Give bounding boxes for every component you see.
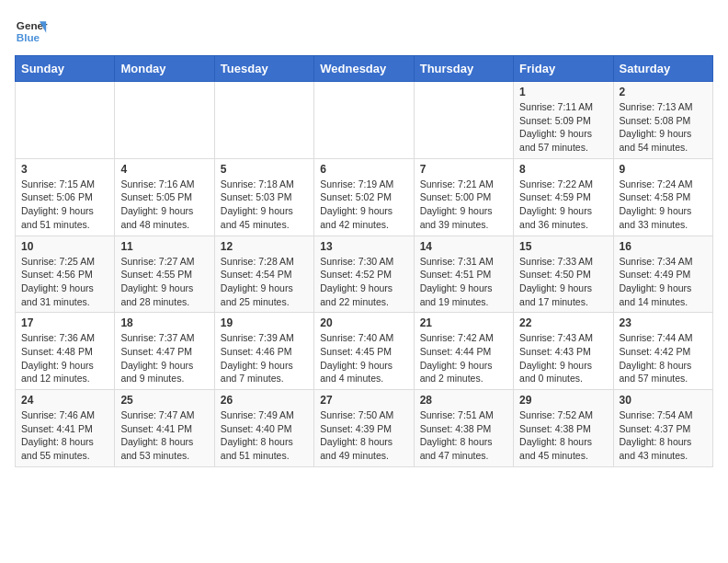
day-detail: Sunrise: 7:25 AM Sunset: 4:56 PM Dayligh… [21, 255, 108, 309]
day-detail: Sunrise: 7:33 AM Sunset: 4:50 PM Dayligh… [519, 255, 607, 309]
day-number: 25 [120, 394, 208, 407]
day-number: 13 [320, 240, 407, 253]
day-detail: Sunrise: 7:39 AM Sunset: 4:46 PM Dayligh… [221, 331, 308, 385]
calendar-cell: 8Sunrise: 7:22 AM Sunset: 4:59 PM Daylig… [514, 158, 613, 236]
day-detail: Sunrise: 7:22 AM Sunset: 4:59 PM Dayligh… [519, 178, 607, 232]
day-number: 4 [120, 163, 208, 176]
calendar-body: 1Sunrise: 7:11 AM Sunset: 5:09 PM Daylig… [16, 82, 713, 467]
day-detail: Sunrise: 7:18 AM Sunset: 5:03 PM Dayligh… [221, 178, 308, 232]
day-detail: Sunrise: 7:24 AM Sunset: 4:58 PM Dayligh… [620, 178, 707, 232]
weekday-header-row: SundayMondayTuesdayWednesdayThursdayFrid… [16, 56, 713, 82]
day-detail: Sunrise: 7:54 AM Sunset: 4:37 PM Dayligh… [620, 408, 707, 463]
calendar-cell [214, 82, 313, 159]
day-number: 23 [620, 316, 707, 329]
day-detail: Sunrise: 7:27 AM Sunset: 4:55 PM Dayligh… [120, 255, 208, 309]
weekday-header-friday: Friday [514, 56, 613, 82]
day-number: 19 [221, 316, 308, 329]
day-detail: Sunrise: 7:15 AM Sunset: 5:06 PM Dayligh… [21, 178, 108, 232]
day-number: 2 [620, 86, 707, 98]
day-number: 6 [320, 163, 407, 176]
calendar-cell: 27Sunrise: 7:50 AM Sunset: 4:39 PM Dayli… [314, 390, 414, 467]
calendar-cell [414, 82, 513, 159]
day-detail: Sunrise: 7:16 AM Sunset: 5:05 PM Dayligh… [120, 178, 208, 232]
weekday-header-saturday: Saturday [613, 56, 712, 82]
calendar-cell: 26Sunrise: 7:49 AM Sunset: 4:40 PM Dayli… [214, 390, 313, 467]
day-number: 21 [420, 316, 507, 329]
day-number: 26 [221, 394, 308, 407]
day-number: 17 [21, 316, 108, 329]
calendar-cell: 5Sunrise: 7:18 AM Sunset: 5:03 PM Daylig… [214, 158, 313, 236]
calendar-cell: 3Sunrise: 7:15 AM Sunset: 5:06 PM Daylig… [16, 158, 115, 236]
day-number: 7 [420, 163, 507, 176]
calendar-cell: 1Sunrise: 7:11 AM Sunset: 5:09 PM Daylig… [514, 82, 613, 159]
day-number: 8 [519, 163, 607, 176]
weekday-header-tuesday: Tuesday [214, 56, 313, 82]
weekday-header-thursday: Thursday [414, 56, 513, 82]
day-detail: Sunrise: 7:49 AM Sunset: 4:40 PM Dayligh… [221, 408, 308, 463]
calendar-cell: 25Sunrise: 7:47 AM Sunset: 4:41 PM Dayli… [115, 390, 214, 467]
day-number: 11 [120, 240, 208, 253]
day-detail: Sunrise: 7:44 AM Sunset: 4:42 PM Dayligh… [620, 331, 707, 385]
calendar-cell: 22Sunrise: 7:43 AM Sunset: 4:43 PM Dayli… [514, 313, 613, 390]
day-number: 5 [221, 163, 308, 176]
calendar-cell [314, 82, 414, 159]
day-detail: Sunrise: 7:31 AM Sunset: 4:51 PM Dayligh… [420, 255, 507, 309]
week-row-3: 10Sunrise: 7:25 AM Sunset: 4:56 PM Dayli… [16, 236, 713, 313]
day-detail: Sunrise: 7:52 AM Sunset: 4:38 PM Dayligh… [519, 408, 607, 463]
day-number: 20 [320, 316, 407, 329]
day-number: 22 [519, 316, 607, 329]
logo: General Blue [15, 15, 48, 48]
calendar-cell: 30Sunrise: 7:54 AM Sunset: 4:37 PM Dayli… [613, 390, 712, 467]
week-row-1: 1Sunrise: 7:11 AM Sunset: 5:09 PM Daylig… [16, 82, 713, 159]
day-detail: Sunrise: 7:28 AM Sunset: 4:54 PM Dayligh… [221, 255, 308, 309]
calendar-cell: 4Sunrise: 7:16 AM Sunset: 5:05 PM Daylig… [115, 158, 214, 236]
calendar-cell: 11Sunrise: 7:27 AM Sunset: 4:55 PM Dayli… [115, 236, 214, 313]
calendar-cell: 12Sunrise: 7:28 AM Sunset: 4:54 PM Dayli… [214, 236, 313, 313]
day-detail: Sunrise: 7:47 AM Sunset: 4:41 PM Dayligh… [120, 408, 208, 463]
calendar-cell: 9Sunrise: 7:24 AM Sunset: 4:58 PM Daylig… [613, 158, 712, 236]
day-detail: Sunrise: 7:13 AM Sunset: 5:08 PM Dayligh… [620, 100, 707, 155]
calendar-table: SundayMondayTuesdayWednesdayThursdayFrid… [15, 55, 713, 467]
day-number: 14 [420, 240, 507, 253]
calendar-cell: 16Sunrise: 7:34 AM Sunset: 4:49 PM Dayli… [613, 236, 712, 313]
calendar-cell: 6Sunrise: 7:19 AM Sunset: 5:02 PM Daylig… [314, 158, 414, 236]
day-detail: Sunrise: 7:36 AM Sunset: 4:48 PM Dayligh… [21, 331, 108, 385]
day-detail: Sunrise: 7:42 AM Sunset: 4:44 PM Dayligh… [420, 331, 507, 385]
day-detail: Sunrise: 7:40 AM Sunset: 4:45 PM Dayligh… [320, 331, 407, 385]
calendar-cell: 29Sunrise: 7:52 AM Sunset: 4:38 PM Dayli… [514, 390, 613, 467]
calendar-cell: 17Sunrise: 7:36 AM Sunset: 4:48 PM Dayli… [16, 313, 115, 390]
day-number: 27 [320, 394, 407, 407]
week-row-4: 17Sunrise: 7:36 AM Sunset: 4:48 PM Dayli… [16, 313, 713, 390]
header: General Blue [15, 15, 713, 48]
day-detail: Sunrise: 7:46 AM Sunset: 4:41 PM Dayligh… [21, 408, 108, 463]
calendar-cell: 10Sunrise: 7:25 AM Sunset: 4:56 PM Dayli… [16, 236, 115, 313]
day-detail: Sunrise: 7:21 AM Sunset: 5:00 PM Dayligh… [420, 178, 507, 232]
calendar-cell: 28Sunrise: 7:51 AM Sunset: 4:38 PM Dayli… [414, 390, 513, 467]
calendar-cell: 7Sunrise: 7:21 AM Sunset: 5:00 PM Daylig… [414, 158, 513, 236]
weekday-header-monday: Monday [115, 56, 214, 82]
day-number: 9 [620, 163, 707, 176]
day-number: 3 [21, 163, 108, 176]
day-detail: Sunrise: 7:50 AM Sunset: 4:39 PM Dayligh… [320, 408, 407, 463]
calendar-cell: 21Sunrise: 7:42 AM Sunset: 4:44 PM Dayli… [414, 313, 513, 390]
calendar-cell: 24Sunrise: 7:46 AM Sunset: 4:41 PM Dayli… [16, 390, 115, 467]
day-number: 30 [620, 394, 707, 407]
day-number: 29 [519, 394, 607, 407]
calendar-cell: 15Sunrise: 7:33 AM Sunset: 4:50 PM Dayli… [514, 236, 613, 313]
calendar-cell: 23Sunrise: 7:44 AM Sunset: 4:42 PM Dayli… [613, 313, 712, 390]
calendar-cell: 18Sunrise: 7:37 AM Sunset: 4:47 PM Dayli… [115, 313, 214, 390]
day-detail: Sunrise: 7:34 AM Sunset: 4:49 PM Dayligh… [620, 255, 707, 309]
day-detail: Sunrise: 7:51 AM Sunset: 4:38 PM Dayligh… [420, 408, 507, 463]
calendar-cell [16, 82, 115, 159]
day-detail: Sunrise: 7:37 AM Sunset: 4:47 PM Dayligh… [120, 331, 208, 385]
svg-text:Blue: Blue [17, 31, 40, 43]
day-number: 12 [221, 240, 308, 253]
day-detail: Sunrise: 7:11 AM Sunset: 5:09 PM Dayligh… [519, 100, 607, 155]
day-detail: Sunrise: 7:30 AM Sunset: 4:52 PM Dayligh… [320, 255, 407, 309]
week-row-2: 3Sunrise: 7:15 AM Sunset: 5:06 PM Daylig… [16, 158, 713, 236]
calendar-cell: 14Sunrise: 7:31 AM Sunset: 4:51 PM Dayli… [414, 236, 513, 313]
day-number: 15 [519, 240, 607, 253]
calendar-cell: 13Sunrise: 7:30 AM Sunset: 4:52 PM Dayli… [314, 236, 414, 313]
day-number: 28 [420, 394, 507, 407]
day-detail: Sunrise: 7:19 AM Sunset: 5:02 PM Dayligh… [320, 178, 407, 232]
